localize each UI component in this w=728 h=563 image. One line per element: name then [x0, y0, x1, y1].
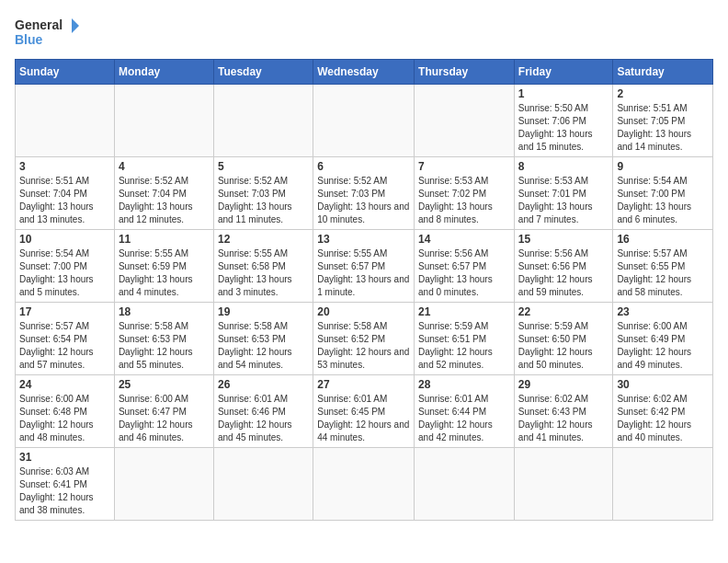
day-number: 27 [317, 378, 410, 391]
day-number: 30 [617, 378, 709, 391]
day-info: Sunrise: 5:57 AM Sunset: 6:55 PM Dayligh… [617, 247, 709, 299]
svg-text:General: General [15, 17, 63, 32]
calendar-cell: 26Sunrise: 6:01 AM Sunset: 6:46 PM Dayli… [213, 375, 313, 448]
day-info: Sunrise: 5:56 AM Sunset: 6:57 PM Dayligh… [418, 247, 510, 299]
calendar-cell: 17Sunrise: 5:57 AM Sunset: 6:54 PM Dayli… [16, 303, 115, 375]
day-number: 19 [218, 305, 309, 318]
day-info: Sunrise: 5:58 AM Sunset: 6:52 PM Dayligh… [317, 320, 410, 372]
column-header-friday: Friday [514, 60, 613, 85]
calendar-cell: 4Sunrise: 5:52 AM Sunset: 7:04 PM Daylig… [114, 157, 213, 230]
day-number: 17 [19, 305, 110, 318]
day-number: 10 [19, 233, 110, 246]
calendar-cell: 3Sunrise: 5:51 AM Sunset: 7:04 PM Daylig… [16, 157, 115, 230]
calendar-cell: 25Sunrise: 6:00 AM Sunset: 6:47 PM Dayli… [114, 375, 213, 448]
calendar-cell: 18Sunrise: 5:58 AM Sunset: 6:53 PM Dayli… [114, 303, 213, 375]
day-number: 20 [317, 305, 410, 318]
calendar-cell: 21Sunrise: 5:59 AM Sunset: 6:51 PM Dayli… [415, 303, 515, 375]
day-number: 1 [518, 87, 609, 100]
day-info: Sunrise: 5:55 AM Sunset: 6:59 PM Dayligh… [119, 247, 210, 299]
day-info: Sunrise: 6:01 AM Sunset: 6:46 PM Dayligh… [218, 393, 309, 444]
day-info: Sunrise: 5:52 AM Sunset: 7:03 PM Dayligh… [218, 175, 309, 226]
day-number: 3 [19, 160, 110, 173]
calendar-cell: 5Sunrise: 5:52 AM Sunset: 7:03 PM Daylig… [213, 157, 313, 230]
calendar-cell: 2Sunrise: 5:51 AM Sunset: 7:05 PM Daylig… [613, 85, 713, 157]
day-info: Sunrise: 5:51 AM Sunset: 7:04 PM Dayligh… [19, 175, 110, 226]
day-number: 24 [19, 378, 110, 391]
day-number: 31 [19, 451, 110, 464]
day-info: Sunrise: 5:52 AM Sunset: 7:04 PM Dayligh… [119, 175, 210, 226]
calendar-cell: 16Sunrise: 5:57 AM Sunset: 6:55 PM Dayli… [613, 230, 713, 303]
calendar-cell [213, 85, 313, 157]
column-header-saturday: Saturday [613, 60, 713, 85]
day-number: 9 [617, 160, 709, 173]
day-number: 29 [518, 378, 609, 391]
day-number: 14 [418, 233, 510, 246]
day-info: Sunrise: 6:00 AM Sunset: 6:47 PM Dayligh… [119, 393, 210, 444]
calendar-week-row: 1Sunrise: 5:50 AM Sunset: 7:06 PM Daylig… [16, 85, 713, 157]
day-info: Sunrise: 5:55 AM Sunset: 6:57 PM Dayligh… [317, 247, 410, 299]
day-info: Sunrise: 6:03 AM Sunset: 6:41 PM Dayligh… [19, 465, 110, 517]
calendar-cell [313, 448, 415, 521]
day-info: Sunrise: 5:59 AM Sunset: 6:51 PM Dayligh… [418, 320, 510, 372]
day-number: 21 [418, 305, 510, 318]
calendar-week-row: 31Sunrise: 6:03 AM Sunset: 6:41 PM Dayli… [16, 448, 713, 521]
calendar-cell: 7Sunrise: 5:53 AM Sunset: 7:02 PM Daylig… [415, 157, 515, 230]
day-info: Sunrise: 5:55 AM Sunset: 6:58 PM Dayligh… [218, 247, 309, 299]
day-info: Sunrise: 5:51 AM Sunset: 7:05 PM Dayligh… [617, 102, 709, 154]
day-number: 5 [218, 160, 309, 173]
day-number: 11 [119, 233, 210, 246]
day-number: 18 [119, 305, 210, 318]
calendar-cell: 24Sunrise: 6:00 AM Sunset: 6:48 PM Dayli… [16, 375, 115, 448]
day-info: Sunrise: 5:50 AM Sunset: 7:06 PM Dayligh… [518, 102, 609, 154]
calendar-cell: 31Sunrise: 6:03 AM Sunset: 6:41 PM Dayli… [16, 448, 115, 521]
calendar-cell: 12Sunrise: 5:55 AM Sunset: 6:58 PM Dayli… [213, 230, 313, 303]
calendar-cell [415, 448, 515, 521]
day-number: 22 [518, 305, 609, 318]
calendar-cell: 10Sunrise: 5:54 AM Sunset: 7:00 PM Dayli… [16, 230, 115, 303]
day-number: 26 [218, 378, 309, 391]
day-number: 13 [317, 233, 410, 246]
calendar-cell [415, 85, 515, 157]
day-info: Sunrise: 5:54 AM Sunset: 7:00 PM Dayligh… [19, 247, 110, 299]
day-info: Sunrise: 6:01 AM Sunset: 6:45 PM Dayligh… [317, 393, 410, 444]
day-info: Sunrise: 6:01 AM Sunset: 6:44 PM Dayligh… [418, 393, 510, 444]
column-header-tuesday: Tuesday [213, 60, 313, 85]
column-header-thursday: Thursday [415, 60, 515, 85]
day-number: 28 [418, 378, 510, 391]
column-header-monday: Monday [114, 60, 213, 85]
day-number: 25 [119, 378, 210, 391]
calendar-cell [514, 448, 613, 521]
calendar-cell: 11Sunrise: 5:55 AM Sunset: 6:59 PM Dayli… [114, 230, 213, 303]
column-header-sunday: Sunday [16, 60, 115, 85]
calendar-cell [213, 448, 313, 521]
calendar-table: SundayMondayTuesdayWednesdayThursdayFrid… [15, 59, 713, 521]
svg-marker-2 [72, 18, 79, 33]
day-info: Sunrise: 6:02 AM Sunset: 6:43 PM Dayligh… [518, 393, 609, 444]
day-info: Sunrise: 5:58 AM Sunset: 6:53 PM Dayligh… [119, 320, 210, 372]
logo: General Blue [15, 15, 79, 52]
day-info: Sunrise: 5:59 AM Sunset: 6:50 PM Dayligh… [518, 320, 609, 372]
calendar-cell: 14Sunrise: 5:56 AM Sunset: 6:57 PM Dayli… [415, 230, 515, 303]
calendar-cell: 30Sunrise: 6:02 AM Sunset: 6:42 PM Dayli… [613, 375, 713, 448]
calendar-cell: 29Sunrise: 6:02 AM Sunset: 6:43 PM Dayli… [514, 375, 613, 448]
day-info: Sunrise: 6:02 AM Sunset: 6:42 PM Dayligh… [617, 393, 709, 444]
column-header-wednesday: Wednesday [313, 60, 415, 85]
calendar-week-row: 17Sunrise: 5:57 AM Sunset: 6:54 PM Dayli… [16, 303, 713, 375]
day-number: 15 [518, 233, 609, 246]
day-info: Sunrise: 5:53 AM Sunset: 7:02 PM Dayligh… [418, 175, 510, 226]
calendar-cell: 6Sunrise: 5:52 AM Sunset: 7:03 PM Daylig… [313, 157, 415, 230]
calendar-cell: 15Sunrise: 5:56 AM Sunset: 6:56 PM Dayli… [514, 230, 613, 303]
calendar-cell [313, 85, 415, 157]
day-number: 2 [617, 87, 709, 100]
day-number: 16 [617, 233, 709, 246]
day-info: Sunrise: 5:53 AM Sunset: 7:01 PM Dayligh… [518, 175, 609, 226]
calendar-cell [16, 85, 115, 157]
day-info: Sunrise: 6:00 AM Sunset: 6:49 PM Dayligh… [617, 320, 709, 372]
day-number: 6 [317, 160, 410, 173]
calendar-cell [114, 448, 213, 521]
calendar-cell: 13Sunrise: 5:55 AM Sunset: 6:57 PM Dayli… [313, 230, 415, 303]
calendar-cell: 22Sunrise: 5:59 AM Sunset: 6:50 PM Dayli… [514, 303, 613, 375]
calendar-cell: 28Sunrise: 6:01 AM Sunset: 6:44 PM Dayli… [415, 375, 515, 448]
day-number: 7 [418, 160, 510, 173]
logo-svg: General Blue [15, 15, 79, 52]
